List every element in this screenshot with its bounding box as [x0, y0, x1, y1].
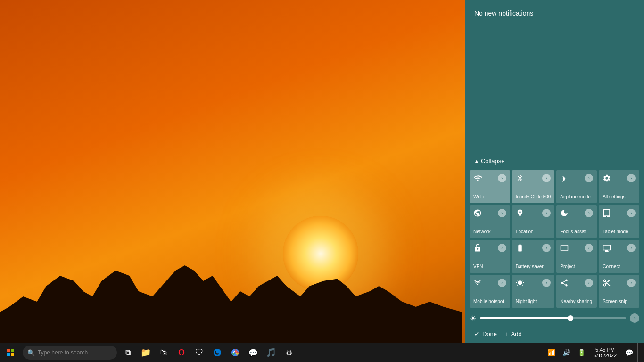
taskbar-search[interactable]: 🔍 Type here to search: [23, 346, 117, 360]
qa-nearby-sharing-tile[interactable]: › Nearby sharing: [556, 275, 597, 308]
nearby-sharing-icon: [560, 279, 569, 289]
location-label: Location: [516, 229, 551, 234]
system-tray: 📶 🔊 🔋 5:45 PM 6/15/2022 💬: [545, 343, 644, 362]
nearby-sharing-label: Nearby sharing: [560, 299, 593, 304]
done-button[interactable]: ✓ Done: [474, 330, 497, 337]
edge-button[interactable]: [208, 343, 226, 362]
network-icon: [473, 209, 482, 220]
add-button[interactable]: + Add: [504, 330, 522, 337]
landscape-silhouette: [0, 239, 462, 343]
qa-screen-snip-tile[interactable]: › Screen snip: [599, 275, 639, 308]
brightness-slider[interactable]: [480, 317, 626, 319]
project-settings-btn[interactable]: ›: [585, 244, 593, 252]
opera-button[interactable]: O: [173, 343, 190, 362]
vpn-icon: 🛡: [195, 348, 204, 358]
collapse-chevron-icon: ▲: [474, 158, 479, 164]
collapse-label: Collapse: [481, 157, 505, 165]
file-explorer-icon: 📁: [140, 347, 151, 358]
project-label: Project: [560, 264, 593, 269]
focus-assist-label: Focus assist: [560, 229, 593, 234]
notifications-empty-area: [465, 22, 644, 154]
connect-settings-btn[interactable]: ›: [627, 244, 636, 252]
battery-saver-icon: [516, 244, 524, 255]
action-center-tray-icon[interactable]: 💬: [622, 343, 636, 362]
all-settings-btn[interactable]: ›: [627, 174, 636, 182]
all-settings-label: All settings: [603, 194, 636, 199]
qa-night-light-tile[interactable]: › Night light: [512, 275, 555, 308]
brightness-settings-btn[interactable]: ›: [630, 313, 639, 323]
vpn-button[interactable]: 🛡: [190, 343, 208, 362]
file-explorer-button[interactable]: 📁: [137, 343, 155, 362]
spotify-button[interactable]: 🎵: [262, 343, 280, 362]
qa-wifi-tile[interactable]: › Wi-Fi: [470, 170, 510, 203]
settings-icon: ⚙: [286, 348, 292, 357]
vpn-label: VPN: [473, 264, 506, 269]
battery-saver-settings-btn[interactable]: ›: [542, 244, 551, 252]
tablet-mode-icon: [603, 209, 611, 220]
brightness-icon: ☀: [470, 314, 476, 323]
mobile-hotspot-settings-btn[interactable]: ›: [498, 279, 506, 287]
volume-tray-icon[interactable]: 🔊: [560, 343, 573, 362]
wifi-settings-btn[interactable]: ›: [498, 174, 506, 182]
qa-vpn-tile[interactable]: › VPN: [470, 240, 510, 273]
qa-location-tile[interactable]: › Location: [512, 205, 555, 238]
connect-label: Connect: [603, 264, 636, 269]
sun-decoration: [283, 216, 358, 291]
store-button[interactable]: 🛍: [155, 343, 173, 362]
tablet-mode-settings-btn[interactable]: ›: [627, 209, 636, 217]
qa-connect-tile[interactable]: › Connect: [599, 240, 639, 273]
chrome-icon: [231, 348, 240, 357]
task-view-button[interactable]: ⧉: [119, 343, 137, 362]
start-button[interactable]: [0, 343, 21, 362]
qa-all-settings-tile[interactable]: › All settings: [599, 170, 639, 203]
battery-tray-icon[interactable]: 🔋: [575, 343, 588, 362]
taskbar-clock[interactable]: 5:45 PM 6/15/2022: [590, 343, 620, 362]
qa-focus-assist-tile[interactable]: › Focus assist: [556, 205, 597, 238]
qa-project-tile[interactable]: › Project: [556, 240, 597, 273]
slack-button[interactable]: 💬: [244, 343, 262, 362]
bluetooth-label: Infinity Glide 500: [516, 194, 551, 199]
focus-assist-icon: [560, 209, 569, 220]
collapse-button[interactable]: ▲ Collapse: [465, 154, 644, 168]
mobile-hotspot-label: Mobile hotspot: [473, 299, 506, 304]
qa-airplane-tile[interactable]: ✈ › Airplane mode: [556, 170, 597, 203]
clock-date: 6/15/2022: [594, 353, 617, 358]
vpn-settings-btn[interactable]: ›: [498, 244, 506, 252]
nearby-sharing-settings-btn[interactable]: ›: [585, 279, 593, 287]
add-label: Add: [511, 330, 522, 337]
bluetooth-settings-btn[interactable]: ›: [542, 174, 551, 182]
show-desktop-button[interactable]: [637, 343, 640, 362]
windows-logo-icon: [7, 349, 14, 356]
network-tray-icon[interactable]: 📶: [545, 343, 558, 362]
vpn-qa-icon: [473, 244, 482, 255]
search-placeholder: Type here to search: [38, 349, 88, 356]
chrome-button[interactable]: [226, 343, 244, 362]
qa-battery-saver-tile[interactable]: › Battery saver: [512, 240, 555, 273]
notification-header: No new notifications: [465, 0, 644, 22]
screen-snip-settings-btn[interactable]: ›: [627, 279, 636, 287]
qa-bluetooth-tile[interactable]: › Infinity Glide 500: [512, 170, 555, 203]
night-light-settings-btn[interactable]: ›: [542, 279, 551, 287]
screen-snip-label: Screen snip: [603, 299, 636, 304]
bluetooth-icon: [516, 174, 524, 185]
search-icon: 🔍: [27, 349, 35, 356]
qa-mobile-hotspot-tile[interactable]: › Mobile hotspot: [470, 275, 510, 308]
network-settings-btn[interactable]: ›: [498, 209, 506, 217]
edge-icon: [213, 348, 222, 357]
network-label: Network: [473, 229, 506, 234]
store-icon: 🛍: [159, 348, 168, 358]
notification-panel: No new notifications ▲ Collapse › Wi-Fi: [465, 0, 644, 343]
slack-icon: 💬: [248, 348, 258, 357]
done-label: Done: [482, 330, 497, 337]
done-check-icon: ✓: [474, 330, 479, 337]
location-settings-btn[interactable]: ›: [542, 209, 551, 217]
no-notifications-text: No new notifications: [474, 9, 533, 17]
airplane-settings-btn[interactable]: ›: [585, 174, 593, 182]
qa-tablet-mode-tile[interactable]: › Tablet mode: [599, 205, 639, 238]
task-view-icon: ⧉: [125, 348, 131, 357]
tablet-mode-label: Tablet mode: [603, 229, 636, 234]
focus-assist-settings-btn[interactable]: ›: [585, 209, 593, 217]
taskbar: 🔍 Type here to search ⧉ 📁 🛍 O 🛡 💬: [0, 343, 644, 362]
settings-button[interactable]: ⚙: [280, 343, 298, 362]
qa-network-tile[interactable]: › Network: [470, 205, 510, 238]
